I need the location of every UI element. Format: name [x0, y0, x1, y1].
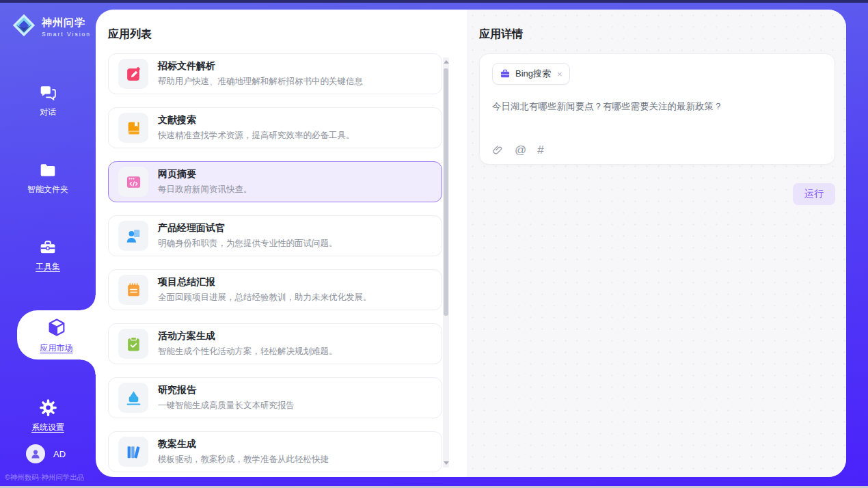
app-item-desc: 快速精准查找学术资源，提高研究效率的必备工具。 — [158, 130, 355, 141]
user-icon — [29, 448, 42, 460]
sidebar-item-1[interactable]: 对话 — [0, 79, 96, 122]
app-item-title: 网页摘要 — [158, 168, 252, 180]
attach-toolbar: @# — [492, 144, 544, 156]
window-top-edge — [0, 0, 868, 3]
brand-logo-icon — [11, 12, 37, 41]
tool-tag-label: Bing搜索 — [515, 68, 551, 80]
app-item-desc: 智能生成个性化活动方案，轻松解决规划难题。 — [158, 346, 338, 357]
sidebar-item-label: 工具集 — [36, 261, 60, 273]
app-item-title: 教案生成 — [158, 438, 329, 450]
chat-icon — [39, 84, 57, 102]
app-list-item-3[interactable]: 网页摘要每日政府新闻资讯快查。 — [108, 161, 442, 202]
app-item-title: 招标文件解析 — [158, 60, 363, 72]
prompt-text[interactable]: 今日湖北有哪些新闻要点？有哪些需要关注的最新政策？ — [492, 100, 822, 113]
hash-icon[interactable]: # — [537, 144, 543, 156]
book-icon — [118, 113, 148, 143]
app-list-panel: 应用列表 招标文件解析帮助用户快速、准确地理解和解析招标书中的关键信息文献搜索快… — [96, 10, 467, 477]
app-detail-panel: 应用详情 Bing搜索 × 今日湖北有哪些新闻要点？有哪些需要关注的最新政策？ … — [467, 10, 846, 477]
books-icon — [118, 437, 148, 467]
app-item-desc: 明确身份和职责，为您提供专业性的面试问题。 — [158, 238, 338, 249]
app-item-title: 产品经理面试官 — [158, 222, 338, 234]
user-label: AD — [53, 449, 66, 459]
user-row[interactable]: AD — [26, 444, 66, 463]
app-item-desc: 全面回顾项目进展，总结经验教训，助力未来优化发展。 — [158, 292, 372, 303]
app-item-desc: 每日政府新闻资讯快查。 — [158, 184, 252, 195]
sidebar-item-2[interactable]: 智能文件夹 — [0, 156, 96, 200]
app-list-title: 应用列表 — [108, 27, 467, 42]
app-item-title: 活动方案生成 — [158, 330, 338, 342]
sidebar-item-label: 对话 — [40, 107, 56, 118]
tool-tag-bing-search[interactable]: Bing搜索 × — [492, 63, 570, 85]
ink-pen-icon — [118, 383, 148, 413]
app-list-scrollbar[interactable] — [443, 57, 449, 467]
clipboard-check-icon — [118, 329, 148, 359]
scrollbar-thumb[interactable] — [444, 68, 448, 316]
gear-icon — [39, 398, 57, 417]
sidebar-item-label: 智能文件夹 — [27, 184, 68, 195]
toolbox-icon — [39, 239, 57, 256]
browser-icon — [118, 167, 148, 197]
app-list-item-6[interactable]: 活动方案生成智能生成个性化活动方案，轻松解决规划难题。 — [108, 323, 442, 364]
copyright: ©神州数码·神州问学出品 — [5, 473, 84, 483]
close-icon[interactable]: × — [557, 69, 562, 79]
document-edit-icon — [118, 59, 148, 89]
mention-icon[interactable]: @ — [515, 144, 526, 156]
app-item-desc: 一键智能生成高质量长文本研究报告 — [158, 400, 295, 411]
app-list-item-5[interactable]: 项目总结汇报全面回顾项目进展，总结经验教训，助力未来优化发展。 — [108, 269, 442, 310]
brand-name: 神州问学 — [42, 16, 91, 29]
app-item-desc: 模板驱动，教案秒成，教学准备从此轻松快捷 — [158, 454, 329, 465]
briefcase-icon — [500, 68, 511, 79]
app-list-item-2[interactable]: 文献搜索快速精准查找学术资源，提高研究效率的必备工具。 — [108, 107, 442, 148]
sidebar-item-5[interactable]: 系统设置 — [0, 393, 96, 437]
scrollbar-down-arrow-icon[interactable] — [444, 461, 449, 465]
sidebar-item-4[interactable]: 应用市场 — [17, 310, 96, 360]
interviewer-icon — [118, 221, 148, 251]
app-list-item-7[interactable]: 研究报告一键智能生成高质量长文本研究报告 — [108, 377, 442, 418]
sidebar-item-label: 应用市场 — [40, 342, 73, 354]
app-item-desc: 帮助用户快速、准确地理解和解析招标书中的关键信息 — [158, 76, 363, 87]
prompt-card: Bing搜索 × 今日湖北有哪些新闻要点？有哪些需要关注的最新政策？ @# — [479, 53, 835, 165]
app-list: 招标文件解析帮助用户快速、准确地理解和解析招标书中的关键信息文献搜索快速精准查找… — [108, 53, 442, 477]
app-item-title: 研究报告 — [158, 384, 295, 396]
app-list-item-1[interactable]: 招标文件解析帮助用户快速、准确地理解和解析招标书中的关键信息 — [108, 53, 442, 94]
avatar[interactable] — [26, 444, 45, 463]
cube-icon — [46, 317, 67, 338]
note-icon — [118, 275, 148, 305]
app-list-item-8[interactable]: 教案生成模板驱动，教案秒成，教学准备从此轻松快捷 — [108, 431, 442, 472]
sidebar-item-3[interactable]: 工具集 — [0, 233, 96, 277]
app-item-title: 项目总结汇报 — [158, 276, 372, 288]
attachment-icon[interactable] — [492, 144, 504, 156]
run-button[interactable]: 运行 — [793, 183, 835, 205]
sidebar: 神州问学 Smart Vision 对话智能文件夹工具集应用市场系统设置 AD … — [0, 3, 96, 488]
scrollbar-up-arrow-icon[interactable] — [444, 60, 449, 64]
sidebar-nav: 对话智能文件夹工具集应用市场系统设置 — [0, 79, 96, 437]
main-panel: 应用列表 招标文件解析帮助用户快速、准确地理解和解析招标书中的关键信息文献搜索快… — [96, 10, 846, 477]
app-detail-title: 应用详情 — [479, 27, 835, 42]
brand-logo: 神州问学 Smart Vision — [0, 3, 96, 41]
sidebar-item-label: 系统设置 — [31, 422, 64, 433]
folder-icon — [39, 161, 57, 179]
app-list-item-4[interactable]: 产品经理面试官明确身份和职责，为您提供专业性的面试问题。 — [108, 215, 442, 256]
app-item-title: 文献搜索 — [158, 114, 355, 126]
brand-subtitle: Smart Vision — [42, 31, 91, 38]
